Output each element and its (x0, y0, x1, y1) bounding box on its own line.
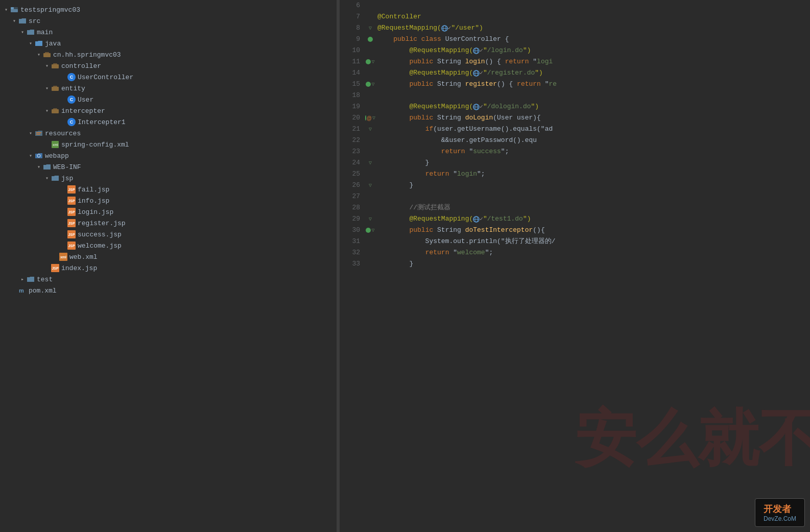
spring-config-label: spring-config.xml (61, 141, 129, 149)
code-line-27 (377, 191, 810, 202)
fold-26[interactable]: ▽ (365, 180, 375, 191)
arrow-resources[interactable] (27, 130, 35, 136)
jsp-folder-label: jsp (61, 175, 73, 182)
webinf-label: WEB-INF (53, 163, 81, 171)
code-line-19: @RequestMapping(✓"/dologin.do") (377, 101, 810, 112)
index-jsp-icon: JSP (51, 264, 59, 272)
controller-label: controller (61, 62, 101, 70)
arrow-webapp[interactable] (27, 153, 35, 159)
arrow-testspringmvc03[interactable] (2, 7, 10, 13)
tree-item-webinf[interactable]: WEB-INF (0, 161, 337, 173)
src-label: src (29, 17, 40, 25)
arrow-test[interactable] (18, 276, 27, 282)
tree-item-resources[interactable]: resources (0, 128, 337, 139)
folder-webinf-icon (43, 163, 51, 171)
success-jsp-label: success.jsp (78, 231, 122, 238)
tree-item-register-jsp[interactable]: JSP register.jsp (0, 217, 337, 229)
package-controller-icon (51, 62, 59, 70)
fold-8[interactable]: ▽ (365, 22, 375, 34)
tree-item-success-jsp[interactable]: JSP success.jsp (0, 229, 337, 240)
folder-java-icon (35, 39, 43, 47)
intercepter-label: intercepter (61, 107, 105, 115)
class-user-icon: C (67, 95, 76, 104)
code-line-22: &&user.getPassword().equ (377, 135, 810, 146)
tree-item-user[interactable]: C User (0, 94, 337, 105)
webapp-icon (35, 152, 43, 160)
tree-item-fail-jsp[interactable]: JSP fail.jsp (0, 184, 337, 195)
code-line-18 (377, 90, 810, 101)
code-line-20: public String doLogin(User user){ (377, 112, 810, 124)
welcome-jsp-icon: JSP (67, 241, 76, 250)
gutter-marker-11[interactable]: ▽ (365, 56, 375, 67)
welcome-jsp-label: welcome.jsp (78, 242, 122, 250)
code-line-33: } (377, 258, 810, 270)
folder-jsp-icon (51, 174, 59, 182)
gutter-marker-9 (365, 34, 375, 45)
fail-jsp-label: fail.jsp (78, 186, 109, 194)
tree-item-login-jsp[interactable]: JSP login.jsp (0, 206, 337, 217)
arrow-src[interactable] (10, 18, 18, 24)
login-jsp-label: login.jsp (78, 208, 113, 216)
tree-item-cn[interactable]: cn.hh.springmvc03 (0, 49, 337, 60)
index-jsp-label: index.jsp (61, 264, 97, 272)
arrow-webinf[interactable] (35, 164, 43, 170)
tree-item-welcome-jsp[interactable]: JSP welcome.jsp (0, 240, 337, 251)
arrow-cn[interactable] (35, 52, 43, 58)
svg-rect-4 (45, 52, 49, 54)
tree-item-spring-config[interactable]: xml spring-config.xml (0, 139, 337, 150)
folder-test-icon (27, 275, 35, 283)
class-usercontroller-icon: C (67, 73, 76, 81)
info-jsp-label: info.jsp (78, 197, 109, 205)
svg-rect-11 (36, 132, 41, 133)
fold-29[interactable]: ▽ (365, 213, 375, 225)
gutter-marker-30[interactable]: ▽ (365, 225, 375, 236)
arrow-jsp-folder[interactable] (43, 175, 51, 181)
success-jsp-icon: JSP (67, 230, 76, 238)
code-line-8: @RequestMapping(✓"/user") (377, 22, 810, 34)
tree-item-webapp[interactable]: webapp (0, 150, 337, 161)
cn-label: cn.hh.springmvc03 (53, 51, 121, 59)
code-line-28: //测试拦截器 (377, 202, 810, 213)
tree-item-main[interactable]: main (0, 27, 337, 38)
tree-item-jsp-folder[interactable]: jsp (0, 173, 337, 184)
folder-src-icon (18, 17, 27, 25)
entity-label: entity (61, 85, 85, 92)
svg-rect-1 (11, 7, 14, 9)
tree-item-index-jsp[interactable]: JSP index.jsp (0, 262, 337, 274)
code-line-29: @RequestMapping(✓"/test1.do") (377, 213, 810, 225)
svg-rect-8 (53, 86, 57, 88)
tree-item-usercontroller[interactable]: C UserController (0, 71, 337, 83)
tree-item-test[interactable]: test (0, 274, 337, 285)
tree-item-pom[interactable]: m pom.xml (0, 285, 337, 296)
tree-item-entity[interactable]: entity (0, 83, 337, 94)
arrow-java[interactable] (27, 40, 35, 46)
svg-rect-6 (53, 63, 57, 65)
tree-item-src[interactable]: src (0, 15, 337, 27)
tree-item-root[interactable]: testspringmvc03 (0, 4, 337, 15)
arrow-main[interactable] (18, 29, 27, 35)
spring-xml-icon: xml (51, 140, 59, 149)
tree-item-controller[interactable]: controller (0, 60, 337, 71)
gutter-marker-15[interactable]: ▽ (365, 79, 375, 90)
fold-21[interactable]: ▽ (365, 124, 375, 135)
arrow-controller[interactable] (43, 63, 51, 69)
gutter-marker-20[interactable]: @ ▽ (365, 112, 375, 124)
tree-item-intercepter[interactable]: intercepter (0, 105, 337, 116)
file-tree[interactable]: testspringmvc03 src main java (0, 0, 337, 532)
class-intercepter1-icon: C (67, 118, 76, 126)
tree-item-info-jsp[interactable]: JSP info.jsp (0, 195, 337, 206)
pom-label: pom.xml (29, 287, 57, 295)
tree-item-web-xml[interactable]: xml web.xml (0, 251, 337, 262)
fold-24[interactable]: ▽ (365, 157, 375, 168)
tree-item-java[interactable]: java (0, 38, 337, 49)
svg-text:m: m (19, 287, 24, 294)
code-line-25: return "login"; (377, 168, 810, 180)
package-icon (43, 51, 51, 59)
svg-rect-2 (11, 9, 18, 12)
globe-icon-14 (473, 70, 480, 77)
arrow-intercepter[interactable] (43, 108, 51, 114)
svg-text:xml: xml (53, 143, 58, 147)
tree-item-intercepter1[interactable]: C Intercepter1 (0, 116, 337, 128)
usercontroller-label: UserController (78, 74, 133, 81)
arrow-entity[interactable] (43, 85, 51, 91)
